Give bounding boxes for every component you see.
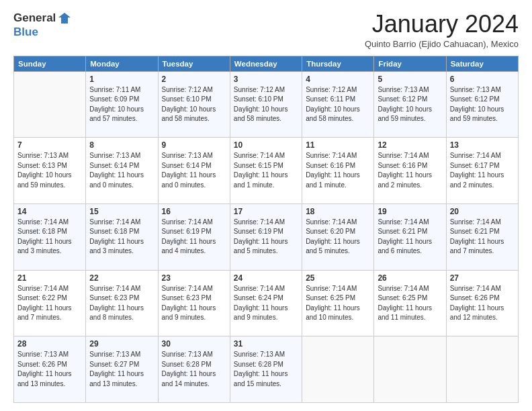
- calendar-cell: 25 Sunrise: 7:14 AMSunset: 6:25 PMDaylig…: [302, 270, 374, 336]
- day-number: 2: [162, 75, 226, 84]
- day-number: 7: [17, 140, 82, 150]
- day-info: Sunrise: 7:14 AMSunset: 6:25 PMDaylight:…: [378, 285, 432, 322]
- day-info: Sunrise: 7:14 AMSunset: 6:15 PMDaylight:…: [234, 152, 288, 189]
- day-info: Sunrise: 7:13 AMSunset: 6:12 PMDaylight:…: [450, 86, 504, 123]
- day-number: 25: [306, 273, 370, 283]
- day-number: 10: [234, 140, 298, 150]
- day-info: Sunrise: 7:14 AMSunset: 6:20 PMDaylight:…: [306, 218, 360, 255]
- calendar-week-5: 28 Sunrise: 7:13 AMSunset: 6:26 PMDaylig…: [14, 336, 519, 403]
- day-number: 14: [17, 207, 82, 216]
- day-number: 27: [450, 273, 515, 283]
- day-info: Sunrise: 7:14 AMSunset: 6:25 PMDaylight:…: [306, 285, 360, 322]
- location: Quinto Barrio (Ejido Cahuacan), Mexico: [365, 39, 519, 49]
- calendar-cell: 28 Sunrise: 7:13 AMSunset: 6:26 PMDaylig…: [14, 336, 86, 403]
- page: General Blue January 2024 Quinto Barrio …: [0, 0, 532, 411]
- day-number: 31: [234, 339, 298, 349]
- calendar-cell: 16 Sunrise: 7:14 AMSunset: 6:19 PMDaylig…: [158, 203, 230, 270]
- calendar-cell: 21 Sunrise: 7:14 AMSunset: 6:22 PMDaylig…: [14, 270, 86, 336]
- calendar-cell: 14 Sunrise: 7:14 AMSunset: 6:18 PMDaylig…: [14, 203, 86, 270]
- calendar-cell: 11 Sunrise: 7:14 AMSunset: 6:16 PMDaylig…: [302, 138, 374, 204]
- day-info: Sunrise: 7:12 AMSunset: 6:10 PMDaylight:…: [162, 86, 216, 123]
- day-number: 18: [306, 207, 370, 216]
- day-info: Sunrise: 7:13 AMSunset: 6:14 PMDaylight:…: [162, 152, 216, 189]
- day-number: 26: [378, 273, 442, 283]
- day-info: Sunrise: 7:14 AMSunset: 6:19 PMDaylight:…: [162, 218, 216, 255]
- calendar-cell: 31 Sunrise: 7:13 AMSunset: 6:28 PMDaylig…: [230, 336, 302, 403]
- day-number: 17: [234, 207, 298, 216]
- day-info: Sunrise: 7:14 AMSunset: 6:22 PMDaylight:…: [17, 285, 72, 322]
- day-info: Sunrise: 7:12 AMSunset: 6:10 PMDaylight:…: [234, 86, 288, 123]
- day-number: 30: [162, 339, 226, 349]
- calendar-cell: 9 Sunrise: 7:13 AMSunset: 6:14 PMDayligh…: [158, 138, 230, 204]
- calendar-cell: 22 Sunrise: 7:14 AMSunset: 6:23 PMDaylig…: [86, 270, 158, 336]
- day-number: 1: [89, 75, 154, 84]
- day-number: 6: [450, 75, 515, 84]
- calendar-table: Sunday Monday Tuesday Wednesday Thursday…: [13, 56, 519, 403]
- day-info: Sunrise: 7:11 AMSunset: 6:09 PMDaylight:…: [89, 86, 144, 123]
- day-info: Sunrise: 7:12 AMSunset: 6:11 PMDaylight:…: [306, 86, 360, 123]
- day-info: Sunrise: 7:13 AMSunset: 6:26 PMDaylight:…: [17, 351, 72, 387]
- day-info: Sunrise: 7:14 AMSunset: 6:23 PMDaylight:…: [89, 285, 144, 322]
- day-info: Sunrise: 7:14 AMSunset: 6:21 PMDaylight:…: [450, 218, 504, 255]
- calendar-cell: 29 Sunrise: 7:13 AMSunset: 6:27 PMDaylig…: [86, 336, 158, 403]
- calendar-week-2: 7 Sunrise: 7:13 AMSunset: 6:13 PMDayligh…: [14, 138, 519, 204]
- calendar-cell: 4 Sunrise: 7:12 AMSunset: 6:11 PMDayligh…: [302, 71, 374, 138]
- calendar-cell: [14, 71, 86, 138]
- calendar-cell: 6 Sunrise: 7:13 AMSunset: 6:12 PMDayligh…: [446, 71, 518, 138]
- calendar-cell: 24 Sunrise: 7:14 AMSunset: 6:24 PMDaylig…: [230, 270, 302, 336]
- calendar-cell: 30 Sunrise: 7:13 AMSunset: 6:28 PMDaylig…: [158, 336, 230, 403]
- calendar-cell: 8 Sunrise: 7:13 AMSunset: 6:14 PMDayligh…: [86, 138, 158, 204]
- header-wednesday: Wednesday: [230, 56, 302, 71]
- day-info: Sunrise: 7:14 AMSunset: 6:16 PMDaylight:…: [378, 152, 432, 189]
- day-number: 11: [306, 140, 370, 150]
- day-number: 24: [234, 273, 298, 283]
- day-info: Sunrise: 7:13 AMSunset: 6:14 PMDaylight:…: [89, 152, 144, 189]
- header-thursday: Thursday: [302, 56, 374, 71]
- day-info: Sunrise: 7:14 AMSunset: 6:26 PMDaylight:…: [450, 285, 504, 322]
- day-number: 13: [450, 140, 515, 150]
- day-number: 20: [450, 207, 515, 216]
- calendar-cell: 17 Sunrise: 7:14 AMSunset: 6:19 PMDaylig…: [230, 203, 302, 270]
- calendar-header-row: Sunday Monday Tuesday Wednesday Thursday…: [14, 56, 519, 71]
- calendar-cell: 1 Sunrise: 7:11 AMSunset: 6:09 PMDayligh…: [86, 71, 158, 138]
- day-number: 3: [234, 75, 298, 84]
- day-info: Sunrise: 7:14 AMSunset: 6:21 PMDaylight:…: [378, 218, 432, 255]
- day-number: 12: [378, 140, 442, 150]
- logo-general-text: General: [13, 11, 56, 25]
- header: General Blue January 2024 Quinto Barrio …: [13, 11, 519, 49]
- calendar-cell: 2 Sunrise: 7:12 AMSunset: 6:10 PMDayligh…: [158, 71, 230, 138]
- day-number: 23: [162, 273, 226, 283]
- calendar-cell: 7 Sunrise: 7:13 AMSunset: 6:13 PMDayligh…: [14, 138, 86, 204]
- calendar-cell: 12 Sunrise: 7:14 AMSunset: 6:16 PMDaylig…: [374, 138, 446, 204]
- month-title: January 2024: [365, 11, 519, 38]
- day-info: Sunrise: 7:14 AMSunset: 6:16 PMDaylight:…: [306, 152, 360, 189]
- calendar-cell: 19 Sunrise: 7:14 AMSunset: 6:21 PMDaylig…: [374, 203, 446, 270]
- calendar-cell: 23 Sunrise: 7:14 AMSunset: 6:23 PMDaylig…: [158, 270, 230, 336]
- day-number: 29: [89, 339, 154, 349]
- day-info: Sunrise: 7:14 AMSunset: 6:19 PMDaylight:…: [234, 218, 288, 255]
- day-number: 15: [89, 207, 154, 216]
- header-tuesday: Tuesday: [158, 56, 230, 71]
- logo-icon: [57, 11, 72, 26]
- day-info: Sunrise: 7:14 AMSunset: 6:18 PMDaylight:…: [89, 218, 144, 255]
- calendar-week-4: 21 Sunrise: 7:14 AMSunset: 6:22 PMDaylig…: [14, 270, 519, 336]
- day-info: Sunrise: 7:13 AMSunset: 6:28 PMDaylight:…: [234, 351, 288, 387]
- calendar-cell: 20 Sunrise: 7:14 AMSunset: 6:21 PMDaylig…: [446, 203, 518, 270]
- day-info: Sunrise: 7:14 AMSunset: 6:24 PMDaylight:…: [234, 285, 288, 322]
- day-number: 22: [89, 273, 154, 283]
- day-number: 8: [89, 140, 154, 150]
- day-number: 16: [162, 207, 226, 216]
- calendar-week-1: 1 Sunrise: 7:11 AMSunset: 6:09 PMDayligh…: [14, 71, 519, 138]
- logo: General Blue: [13, 11, 72, 39]
- day-info: Sunrise: 7:13 AMSunset: 6:27 PMDaylight:…: [89, 351, 144, 387]
- day-number: 9: [162, 140, 226, 150]
- header-saturday: Saturday: [446, 56, 518, 71]
- day-number: 28: [17, 339, 82, 349]
- calendar-cell: [446, 336, 518, 403]
- calendar-cell: 18 Sunrise: 7:14 AMSunset: 6:20 PMDaylig…: [302, 203, 374, 270]
- calendar-cell: [374, 336, 446, 403]
- day-info: Sunrise: 7:14 AMSunset: 6:18 PMDaylight:…: [17, 218, 72, 255]
- calendar-cell: 3 Sunrise: 7:12 AMSunset: 6:10 PMDayligh…: [230, 71, 302, 138]
- calendar-cell: 27 Sunrise: 7:14 AMSunset: 6:26 PMDaylig…: [446, 270, 518, 336]
- header-friday: Friday: [374, 56, 446, 71]
